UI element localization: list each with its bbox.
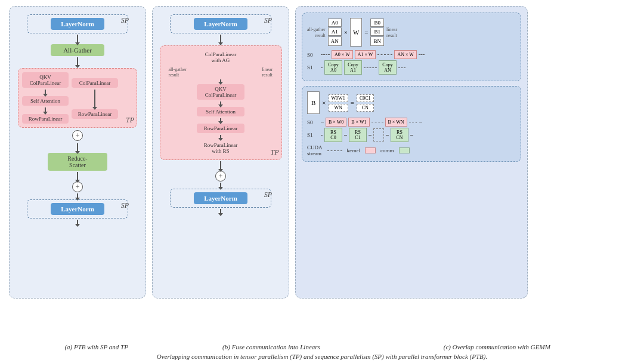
main-container: SP LayerNorm All-Gather TP QKVColParaLin… — [0, 0, 644, 363]
plus-1-a: + — [72, 130, 83, 141]
s1b-dash-2 — [410, 135, 413, 136]
row-para-b: RowParaLinear — [197, 124, 244, 133]
s0b-end-dash: - — [416, 119, 417, 125]
panel-c-top: all-gather result A0 A1 AN × W = B0 B1 B… — [302, 13, 521, 81]
equals-1: = — [364, 29, 368, 36]
s1-rs-cn: RSCN — [391, 128, 408, 142]
CN-box: CN — [357, 104, 374, 112]
s1-copy-a0: CopyA0 — [324, 60, 342, 75]
BN-box: BN — [370, 36, 384, 46]
s1-bottom: S1 RSC0 RSC1 RSCN — [307, 128, 516, 142]
row-para1-a: RowParaLinear — [22, 114, 69, 124]
arr-qkv-b — [220, 101, 221, 105]
s1b-gap1 — [344, 135, 347, 136]
s0-label-top: S0 — [307, 52, 319, 58]
layernorm1-b: LayerNorm — [194, 18, 247, 30]
layernorm2-b: LayerNorm — [194, 192, 247, 204]
sp-region-top-a: SP LayerNorm — [27, 14, 128, 33]
s0-top: S0 A0 × W A1 × W AN × W — [307, 50, 516, 59]
sp-label-bottom-b: SP — [264, 190, 272, 199]
C0C1-box: C0C1 — [357, 94, 374, 102]
B1-box: B1 — [370, 27, 384, 36]
figure-caption: Overlapping communication in tensor para… — [157, 353, 488, 360]
tp-label-b: TP — [270, 148, 278, 157]
s0-label-bottom: S0 — [307, 119, 319, 125]
panel-a: SP LayerNorm All-Gather TP QKVColParaLin… — [9, 6, 146, 299]
s0b-dash-2 — [409, 122, 414, 122]
arr-sa-a — [45, 107, 46, 112]
s0-a1w: A1 × W — [355, 50, 376, 59]
caption-a: (a) PTB with SP and TP — [31, 343, 162, 350]
plus-1-b: + — [215, 171, 226, 182]
arr-cp-a — [94, 90, 95, 107]
sp-region-bottom-a: SP LayerNorm — [27, 199, 128, 219]
arrow-4-b — [220, 209, 221, 214]
panel-a-content: SP LayerNorm All-Gather TP QKVColParaLin… — [14, 11, 141, 224]
equals-2: = — [351, 99, 354, 106]
result-text2: result — [386, 33, 397, 38]
arrow-2-b — [220, 161, 221, 170]
comm-label: comm — [380, 147, 394, 153]
s0-bw1: B × W1 — [348, 118, 369, 127]
legend-dashed-line — [327, 150, 342, 151]
s1-rs-c0: RSC0 — [324, 128, 342, 142]
s0-gap — [377, 54, 392, 55]
tp-label-a: TP — [126, 116, 134, 125]
A1-box: A1 — [328, 27, 342, 36]
arrow-6-a — [77, 220, 78, 224]
matrix-eq-top: all-gather result A0 A1 AN × W = B0 B1 B… — [307, 18, 516, 47]
panel-c: all-gather result A0 A1 AN × W = B0 B1 B… — [295, 6, 528, 299]
ag-text: all-gather — [307, 27, 326, 32]
layernorm1-a: LayerNorm — [51, 18, 104, 30]
tp-region-b: TP ColParaLinearwith AG all-gatherresult… — [160, 45, 282, 160]
sp-label-top-b: SP — [264, 16, 272, 25]
linear-result-label: linear result — [386, 27, 397, 38]
col-para-ag-b: ColParaLinearwith AG — [187, 50, 255, 65]
arrow-1-a — [77, 35, 78, 43]
W-box: W — [350, 18, 362, 47]
s0-bottom: S0 B × W0 B × W1 B × WN - — [307, 118, 516, 127]
B-matrix-box: B — [307, 91, 320, 114]
panel-c-bottom: B × W0W1 WN = C0C1 CN S0 B × — [302, 86, 521, 162]
s0-dash-2 — [419, 54, 425, 55]
s0-anw: AN × W — [394, 50, 416, 59]
s0b-dash-1 — [321, 122, 324, 122]
tp-right-a: ColParaLinear RowParaLinear — [72, 78, 118, 124]
matrix-eq-bottom: B × W0W1 WN = C0C1 CN — [307, 91, 516, 114]
arr-rp-b — [220, 135, 221, 139]
s1-gap — [364, 67, 377, 68]
cuda-label: CUDAstream — [307, 144, 323, 156]
s1-copy-an: CopyAN — [379, 60, 397, 75]
arrow-1-b — [220, 35, 221, 43]
qkv-b: QKVColParaLinear — [197, 84, 244, 100]
B0-box: B0 — [370, 19, 384, 27]
arrow-5-a — [77, 193, 78, 198]
s0-a0w: A0 × W — [332, 50, 353, 59]
tp-left-a: QKVColParaLinear Self Attention RowParaL… — [22, 72, 69, 124]
times-2: × — [322, 99, 326, 106]
s1b-gap2 — [369, 135, 371, 136]
s0b-gap — [371, 122, 383, 122]
s1b-dash-1 — [321, 135, 323, 136]
linear-text: linear — [386, 27, 397, 32]
captions-row: (a) PTB with SP and TP (b) Fuse communic… — [9, 343, 635, 350]
C-matrix-col: C0C1 CN — [357, 94, 374, 112]
plus-2-a: + — [72, 182, 83, 192]
s1b-gap3 — [386, 135, 389, 136]
row-para-rs-b: RowParaLinearwith RS — [187, 140, 255, 156]
s1-top: S1 CopyA0 CopyA1 CopyAN — [307, 60, 516, 75]
self-attn-a: Self Attention — [22, 96, 69, 106]
ag-result-label-b: all-gatherresult — [169, 67, 187, 78]
arrow-4-a — [77, 172, 78, 180]
reduce-scatter-a: Reduce-Scatter — [48, 153, 107, 171]
ag-result-label: all-gather result — [307, 27, 326, 38]
arrow-3-b — [220, 183, 221, 187]
col-para-a: ColParaLinear — [72, 78, 118, 88]
qkv-a: QKVColParaLinear — [22, 72, 69, 88]
panel-b: SP LayerNorm TP ColParaLinearwith AG all… — [152, 6, 289, 299]
sp-region-bottom-b: SP LayerNorm — [170, 189, 271, 208]
linear-result-label-b: linearresult — [262, 67, 273, 78]
s1-label-top: S1 — [307, 64, 319, 70]
s0-bw0: B × W0 — [326, 118, 346, 127]
W0W1-box: W0W1 — [329, 94, 348, 102]
